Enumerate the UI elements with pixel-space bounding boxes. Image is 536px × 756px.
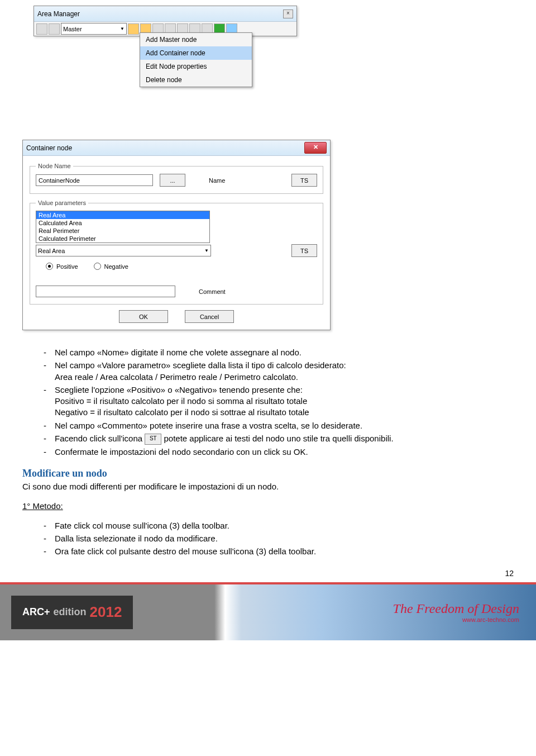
ts-button-2[interactable]: TS — [291, 244, 317, 257]
menu-item-edit-node[interactable]: Edit Node properties — [140, 60, 252, 73]
list-item[interactable]: Real Perimeter — [36, 227, 209, 235]
chevron-down-icon: ▼ — [120, 26, 125, 31]
name-label: Name — [209, 177, 225, 184]
menu-item-add-container[interactable]: Add Container node — [140, 46, 252, 60]
value-params-legend: Value parameters — [36, 199, 88, 206]
area-manager-title: Area Manager — [37, 10, 283, 18]
area-manager-titlebar: Area Manager × — [34, 6, 296, 22]
footer-brand: ARC+ edition 2012 — [11, 596, 133, 629]
negative-radio[interactable]: Negative — [94, 263, 128, 270]
context-menu: Add Master node Add Container node Edit … — [140, 32, 252, 87]
value-params-listbox[interactable]: Real Area Calculated Area Real Perimeter… — [36, 211, 210, 243]
cancel-button[interactable]: Cancel — [185, 310, 234, 323]
bullet: Fate click col mouse sull'icona (3) dell… — [44, 520, 514, 531]
page-number: 12 — [0, 569, 514, 578]
st-icon: ST — [145, 434, 161, 445]
comment-label: Comment — [199, 288, 226, 295]
container-dialog-titlebar: Container node ✕ — [23, 140, 330, 156]
bullet: Facendo click sull'icona ST potete appli… — [44, 433, 514, 445]
section-heading: Modificare un nodo — [22, 467, 514, 480]
comment-input[interactable] — [36, 286, 175, 297]
menu-item-delete-node[interactable]: Delete node — [140, 73, 252, 87]
bullet: Nel campo «Nome» digitate il nome che vo… — [44, 347, 514, 358]
positive-radio[interactable]: Positive — [46, 263, 78, 270]
list-item[interactable]: Real Area — [36, 211, 209, 219]
footer-url: www.arc-techno.com — [393, 616, 519, 623]
master-dropdown-value: Master — [63, 26, 82, 32]
browse-button[interactable]: ... — [160, 174, 185, 187]
node-name-group: Node Name ContainerNode ... Name TS — [30, 163, 323, 194]
toolbar-icon-1[interactable] — [36, 23, 47, 35]
method-heading: 1° Metodo: — [22, 501, 514, 512]
node-name-legend: Node Name — [36, 163, 73, 169]
toolbar-icon-2[interactable] — [49, 23, 60, 35]
bullet: Ora fate click col pulsante destro del m… — [44, 546, 514, 557]
document-text: Nel campo «Nome» digitate il nome che vo… — [22, 347, 514, 558]
value-params-select[interactable]: Real Area ▼ — [36, 245, 211, 256]
close-icon[interactable]: × — [283, 9, 293, 18]
node-name-input[interactable]: ContainerNode — [36, 174, 153, 186]
chevron-down-icon: ▼ — [204, 248, 209, 253]
list-item[interactable]: Calculated Area — [36, 219, 209, 227]
page-footer: ARC+ edition 2012 The Freedom of Design … — [0, 582, 536, 640]
bullet: Dalla lista selezionate il nodo da modif… — [44, 533, 514, 544]
ts-button[interactable]: TS — [291, 174, 317, 187]
master-dropdown[interactable]: Master ▼ — [61, 23, 127, 35]
ok-button[interactable]: OK — [119, 310, 168, 323]
menu-item-add-master[interactable]: Add Master node — [140, 33, 252, 46]
radio-icon — [94, 263, 101, 270]
bullet: Confermate le impostazioni del nodo seco… — [44, 446, 514, 458]
bullet: Scegliete l'opzione «Positivo» o «Negati… — [44, 384, 514, 419]
footer-tagline: The Freedom of Design — [393, 601, 519, 616]
list-item[interactable]: Calculated Perimeter — [36, 235, 209, 243]
value-parameters-group: Value parameters Real Area Calculated Ar… — [30, 199, 323, 305]
close-button[interactable]: ✕ — [304, 142, 327, 154]
container-dialog-title: Container node — [26, 144, 304, 152]
bullet: Nel campo «Commento» potete inserire una… — [44, 420, 514, 431]
paragraph: Ci sono due modi differenti per modifica… — [22, 481, 514, 492]
radio-icon — [46, 263, 53, 270]
footer-tagline-block: The Freedom of Design www.arc-techno.com — [393, 601, 519, 623]
toolbar-icon-3[interactable] — [128, 23, 139, 35]
bullet: Nel campo «Valore parametro» scegliete d… — [44, 360, 514, 383]
